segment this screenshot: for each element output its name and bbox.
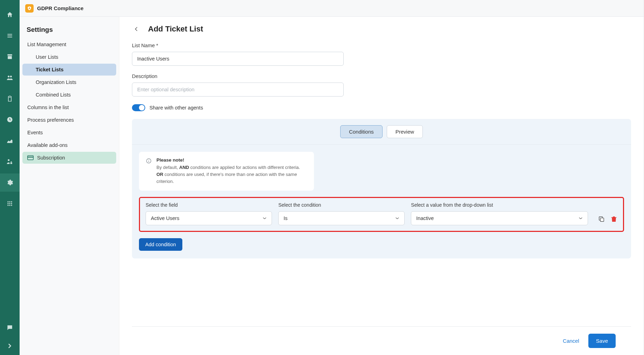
conditions-panel: Conditions Preview Please note! By defau… [132, 119, 631, 258]
rail-lists[interactable] [0, 27, 20, 45]
chat-icon [6, 324, 13, 331]
topbar: GDPR Compliance [20, 0, 644, 17]
svg-point-2 [9, 201, 10, 202]
rail-apps[interactable] [0, 194, 20, 213]
field-select-value: Active Users [151, 215, 179, 221]
users-icon [6, 74, 13, 81]
add-condition-button[interactable]: Add condition [139, 238, 182, 251]
svg-rect-16 [600, 218, 604, 222]
rail-chart[interactable] [0, 132, 20, 150]
chevron-left-icon [135, 27, 138, 31]
back-button[interactable] [132, 25, 140, 33]
note-body: By default, AND conditions are applied f… [156, 164, 307, 185]
sidebar-item-subscription[interactable]: Subscription [22, 152, 116, 164]
list-name-input[interactable] [132, 52, 344, 66]
svg-point-5 [9, 203, 10, 204]
svg-point-3 [11, 201, 12, 202]
left-nav-rail [0, 0, 20, 355]
copy-icon [598, 216, 604, 222]
info-note: Please note! By default, AND conditions … [139, 152, 314, 191]
share-toggle[interactable] [132, 104, 145, 111]
annotation-arrow [119, 176, 126, 211]
rail-lock-user[interactable] [0, 152, 20, 171]
sidebar-item-ticket-lists[interactable]: Ticket Lists [22, 64, 116, 76]
value-select-value: Inactive [416, 215, 434, 221]
description-input[interactable] [132, 83, 344, 97]
apps-grid-icon [6, 200, 13, 207]
chart-icon [6, 137, 13, 144]
list-name-label: List Name * [132, 43, 631, 48]
chevron-right-icon [6, 342, 13, 349]
gear-icon [6, 179, 13, 186]
main-content: Add Ticket List List Name * Description … [119, 17, 644, 355]
chevron-down-icon [579, 217, 583, 220]
share-toggle-label: Share with other agents [149, 105, 203, 111]
sidebar-item-combined-lists[interactable]: Combined Lists [22, 89, 116, 101]
card-icon [27, 155, 34, 160]
archive-icon [6, 53, 13, 60]
list-icon [6, 32, 13, 39]
condition-select[interactable]: Is [278, 211, 405, 225]
tab-preview[interactable]: Preview [387, 125, 423, 138]
svg-rect-11 [28, 157, 34, 157]
clock-icon [6, 116, 13, 123]
footer-actions: Cancel Save [132, 326, 631, 355]
description-label: Description [132, 73, 631, 79]
app-logo-icon [25, 4, 34, 13]
svg-point-14 [148, 159, 149, 160]
rail-settings[interactable] [0, 173, 20, 192]
page-title: Add Ticket List [148, 24, 203, 34]
delete-condition-button[interactable] [610, 215, 617, 222]
condition-select-label: Select the condition [278, 202, 405, 208]
user-lock-icon [6, 158, 13, 165]
svg-point-8 [9, 205, 10, 206]
home-icon [6, 11, 13, 18]
rail-home[interactable] [0, 6, 20, 24]
tab-conditions[interactable]: Conditions [340, 125, 383, 138]
settings-sidebar: Settings List Management User Lists Tick… [20, 17, 119, 355]
sidebar-item-addons[interactable]: Available add-ons [22, 139, 116, 151]
svg-point-7 [7, 205, 8, 206]
chevron-down-icon [262, 217, 267, 220]
value-select-label: Select a value from the drop-down list [411, 202, 588, 208]
sidebar-item-label: Subscription [37, 155, 65, 161]
chevron-down-icon [395, 217, 399, 220]
info-icon [146, 158, 152, 164]
app-title: GDPR Compliance [37, 5, 84, 11]
sidebar-item-events[interactable]: Events [22, 127, 116, 139]
rail-clipboard[interactable] [0, 90, 20, 108]
sidebar-heading: Settings [22, 24, 116, 38]
cancel-button[interactable]: Cancel [563, 338, 579, 344]
sidebar-item-user-lists[interactable]: User Lists [22, 51, 116, 63]
rail-clock[interactable] [0, 111, 20, 129]
sidebar-item-process-prefs[interactable]: Process preferences [22, 114, 116, 126]
rail-collapse[interactable] [0, 337, 20, 355]
svg-rect-10 [28, 156, 34, 160]
rail-archive[interactable] [0, 48, 20, 66]
sidebar-item-list-management[interactable]: List Management [22, 38, 116, 50]
rail-users[interactable] [0, 69, 20, 87]
rail-chat[interactable] [0, 319, 20, 337]
svg-point-4 [7, 203, 8, 204]
save-button[interactable]: Save [588, 334, 616, 348]
field-select[interactable]: Active Users [146, 211, 272, 225]
condition-row-highlighted: Select the field Active Users Select the… [139, 197, 624, 232]
clipboard-icon [6, 95, 13, 102]
note-title: Please note! [156, 157, 307, 163]
trash-icon [611, 216, 617, 222]
value-select[interactable]: Inactive [411, 211, 588, 225]
copy-condition-button[interactable] [598, 215, 605, 222]
svg-point-6 [11, 203, 12, 204]
sidebar-item-columns[interactable]: Columns in the list [22, 101, 116, 113]
svg-point-9 [11, 205, 12, 206]
sidebar-item-org-lists[interactable]: Organization Lists [22, 76, 116, 88]
svg-point-1 [7, 201, 8, 202]
field-select-label: Select the field [146, 202, 272, 208]
condition-select-value: Is [284, 215, 287, 221]
